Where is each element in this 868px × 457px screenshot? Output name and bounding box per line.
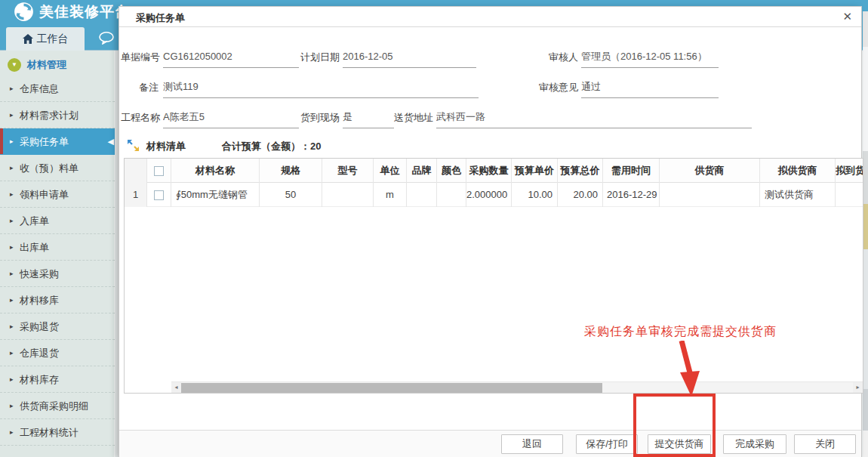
col-header-proposed-supplier[interactable]: 拟供货商 bbox=[760, 159, 836, 183]
item-arrow-icon: ▸ bbox=[10, 340, 14, 366]
project-name-field[interactable]: A陈老五5 bbox=[163, 110, 299, 128]
cell-unit: m bbox=[374, 183, 407, 207]
item-arrow-icon: ▸ bbox=[10, 155, 14, 181]
material-table: 材料名称 规格 型号 单位 品牌 颜色 采购数量 预算单价 预算总价 需用时间 … bbox=[124, 158, 863, 394]
sidebar-item-label: 材料需求计划 bbox=[20, 110, 78, 121]
sidebar-item-receive-material[interactable]: ▸收（预）料单 bbox=[0, 155, 115, 181]
sidebar-item-quick-purchase[interactable]: ▸快速采购 bbox=[0, 261, 115, 287]
on-site-field[interactable]: 是 bbox=[343, 110, 394, 128]
sidebar-item-label: 收（预）料单 bbox=[20, 162, 78, 174]
sidebar-item-supplier-purchase-detail[interactable]: ▸供货商采购明细 bbox=[0, 393, 115, 419]
sidebar-item-material-request[interactable]: ▸领料申请单 bbox=[0, 181, 115, 208]
sidebar: ▼ 材料管理 ▸仓库信息 ▸材料需求计划 ▸采购任务单◀ ▸收（预）料单 ▸领料… bbox=[0, 51, 115, 457]
doc-no-field[interactable]: CG1612050002 bbox=[163, 49, 299, 68]
logo-text: 美佳装修平台 bbox=[39, 2, 130, 22]
cell-need-date: 2016-12-29 bbox=[603, 183, 660, 207]
cell-model bbox=[322, 183, 374, 207]
dialog-header: 采购任务单 ✕ bbox=[119, 7, 861, 27]
col-header-material-name[interactable]: 材料名称 bbox=[171, 159, 260, 183]
item-arrow-icon: ▸ bbox=[10, 76, 14, 102]
cell-supplier bbox=[660, 183, 760, 207]
finish-purchase-button[interactable]: 完成采购 bbox=[723, 434, 786, 454]
sidebar-item-warehouse-info[interactable]: ▸仓库信息 bbox=[0, 76, 115, 102]
cell-unit-price: 10.00 bbox=[512, 183, 558, 207]
col-header-need-date[interactable]: 需用时间 bbox=[603, 159, 660, 183]
tab-material-list[interactable]: 材料清单 bbox=[146, 140, 186, 153]
dialog-footer: 退回 保存/打印 提交供货商 完成采购 关闭 bbox=[119, 430, 861, 457]
sidebar-item-label: 材料库存 bbox=[20, 374, 59, 385]
sidebar-item-label: 供货商采购明细 bbox=[20, 400, 88, 412]
col-header-total-price[interactable]: 预算总价 bbox=[558, 159, 603, 183]
sidebar-item-inbound-order[interactable]: ▸入库单 bbox=[0, 208, 115, 234]
message-bubble-icon[interactable] bbox=[99, 32, 115, 45]
cell-spec: 50 bbox=[260, 183, 322, 207]
sidebar-item-material-stock[interactable]: ▸材料库存 bbox=[0, 366, 115, 393]
scrollbar-thumb[interactable] bbox=[181, 383, 602, 393]
col-header-model[interactable]: 型号 bbox=[322, 159, 374, 183]
scroll-right-arrow-icon[interactable]: ▸ bbox=[853, 382, 863, 393]
sidebar-item-purchase-return[interactable]: ▸采购退货 bbox=[0, 313, 115, 340]
sidebar-item-material-transfer[interactable]: ▸材料移库 bbox=[0, 287, 115, 313]
col-header-unit-price[interactable]: 预算单价 bbox=[512, 159, 558, 183]
sidebar-item-label: 仓库信息 bbox=[20, 83, 59, 94]
col-header-supplier[interactable]: 供货商 bbox=[660, 159, 760, 183]
close-icon[interactable]: ✕ bbox=[842, 10, 852, 23]
item-arrow-icon: ▸ bbox=[10, 313, 14, 340]
sidebar-item-warehouse-return[interactable]: ▸仓库退货 bbox=[0, 340, 115, 366]
plan-date-field[interactable]: 2016-12-05 bbox=[343, 49, 476, 68]
sidebar-item-label: 快速采购 bbox=[20, 268, 59, 279]
project-name-label: 工程名称 bbox=[121, 110, 159, 126]
remark-label: 备注 bbox=[121, 79, 159, 96]
delivery-address-field[interactable]: 武科西一路 bbox=[436, 110, 752, 128]
table-row[interactable]: 1 ∮50mm无缝钢管 50 m 2.000000 10.00 20.00 20… bbox=[125, 183, 863, 207]
cell-arrival bbox=[836, 183, 863, 207]
item-arrow-icon: ▸ bbox=[10, 287, 14, 313]
row-index: 1 bbox=[125, 183, 147, 207]
sidebar-item-purchase-task[interactable]: ▸采购任务单◀ bbox=[0, 128, 115, 155]
sidebar-group-material-management[interactable]: ▼ 材料管理 bbox=[0, 51, 114, 78]
sidebar-item-project-material-stats[interactable]: ▸工程材料统计 bbox=[0, 419, 115, 446]
col-header-brand[interactable]: 品牌 bbox=[407, 159, 437, 183]
sidebar-item-label: 采购退货 bbox=[20, 321, 59, 332]
sidebar-item-label: 领料申请单 bbox=[20, 189, 69, 200]
purchase-task-dialog: 采购任务单 ✕ 单据编号 CG1612050002 计划日期 2016-12-0… bbox=[119, 6, 862, 457]
col-header-checkbox bbox=[147, 159, 171, 183]
scroll-left-arrow-icon[interactable]: ◂ bbox=[171, 382, 181, 393]
close-button[interactable]: 关闭 bbox=[794, 434, 856, 454]
remark-field[interactable]: 测试119 bbox=[163, 79, 479, 98]
item-arrow-icon: ▸ bbox=[10, 419, 14, 446]
col-header-unit[interactable]: 单位 bbox=[374, 159, 407, 183]
cell-total-price: 20.00 bbox=[558, 183, 603, 207]
selected-red-bar bbox=[0, 128, 3, 154]
row-checkbox[interactable] bbox=[154, 190, 164, 200]
item-arrow-icon: ▸ bbox=[10, 393, 14, 419]
col-header-color[interactable]: 颜色 bbox=[437, 159, 466, 183]
col-header-arrival[interactable]: 拟到货 bbox=[836, 159, 863, 183]
app-logo: 美佳装修平台 bbox=[14, 2, 130, 22]
horizontal-scrollbar[interactable]: ◂ ▸ bbox=[171, 381, 863, 393]
col-header-spec[interactable]: 规格 bbox=[260, 159, 322, 183]
sidebar-item-label: 工程材料统计 bbox=[20, 427, 78, 438]
item-arrow-icon: ▸ bbox=[10, 128, 14, 155]
chevron-down-circle-icon: ▼ bbox=[8, 58, 21, 72]
table-header-row: 材料名称 规格 型号 单位 品牌 颜色 采购数量 预算单价 预算总价 需用时间 … bbox=[125, 159, 863, 183]
back-button[interactable]: 退回 bbox=[501, 434, 563, 454]
item-arrow-icon: ▸ bbox=[10, 366, 14, 393]
cell-proposed-supplier: 测试供货商 bbox=[760, 183, 836, 207]
submit-supplier-button[interactable]: 提交供货商 bbox=[648, 434, 711, 454]
col-header-qty[interactable]: 采购数量 bbox=[466, 159, 512, 183]
reviewer-label: 审核人 bbox=[539, 49, 578, 66]
annotation-arrow-icon bbox=[671, 341, 707, 398]
cell-brand bbox=[407, 183, 437, 207]
cell-color bbox=[437, 183, 466, 207]
select-all-checkbox[interactable] bbox=[154, 166, 164, 176]
item-arrow-icon: ▸ bbox=[10, 102, 14, 128]
item-arrow-icon: ▸ bbox=[10, 234, 14, 261]
home-icon bbox=[23, 34, 33, 44]
sidebar-item-label: 材料移库 bbox=[20, 295, 59, 306]
save-print-button[interactable]: 保存/打印 bbox=[576, 434, 638, 454]
sidebar-item-material-demand-plan[interactable]: ▸材料需求计划 bbox=[0, 102, 115, 128]
expand-arrows-icon[interactable] bbox=[127, 139, 140, 152]
tab-workbench[interactable]: 工作台 bbox=[6, 27, 85, 51]
sidebar-item-outbound-order[interactable]: ▸出库单 bbox=[0, 234, 115, 261]
